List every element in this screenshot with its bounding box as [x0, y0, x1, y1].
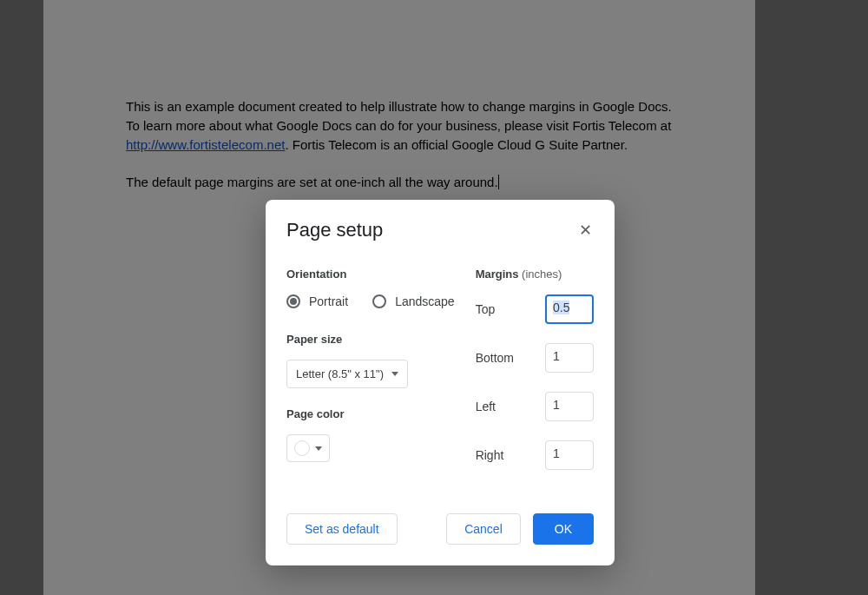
paper-size-select[interactable]: Letter (8.5" x 11") — [286, 360, 408, 388]
orientation-portrait-radio[interactable]: Portrait — [286, 294, 348, 308]
radio-label: Portrait — [309, 294, 348, 308]
input-value: 1 — [553, 446, 560, 460]
page-color-select[interactable] — [286, 434, 330, 462]
margin-bottom-row: Bottom 1 — [476, 343, 594, 373]
page-color-label: Page color — [286, 407, 455, 420]
margin-top-input[interactable]: 0.5 — [545, 294, 594, 324]
set-default-button[interactable]: Set as default — [286, 513, 398, 545]
dialog-right-column: Margins (inches) Top 0.5 Bottom 1 Left 1… — [476, 268, 594, 470]
margin-left-row: Left 1 — [476, 392, 594, 421]
orientation-options: Portrait Landscape — [286, 294, 455, 308]
margin-left-input[interactable]: 1 — [545, 392, 594, 421]
cancel-button[interactable]: Cancel — [446, 513, 521, 545]
orientation-landscape-radio[interactable]: Landscape — [372, 294, 455, 308]
paper-size-label: Paper size — [286, 333, 455, 346]
margin-right-input[interactable]: 1 — [545, 440, 594, 470]
margin-top-row: Top 0.5 — [476, 294, 594, 324]
radio-label: Landscape — [395, 294, 455, 308]
dialog-left-column: Orientation Portrait Landscape Paper siz… — [286, 268, 455, 470]
color-swatch — [294, 440, 310, 456]
input-value: 1 — [553, 349, 560, 363]
dialog-body: Orientation Portrait Landscape Paper siz… — [286, 268, 594, 470]
dialog-footer: Set as default Cancel OK — [286, 513, 594, 545]
margins-label-text: Margins — [476, 268, 519, 281]
margin-label: Top — [476, 302, 496, 316]
dialog-title: Page setup — [286, 219, 383, 241]
margins-unit: (inches) — [522, 268, 562, 281]
spacer — [410, 513, 435, 545]
radio-icon — [286, 294, 300, 308]
margin-label: Bottom — [476, 351, 514, 365]
margin-label: Left — [476, 400, 496, 413]
margins-label: Margins (inches) — [476, 268, 594, 281]
margin-right-row: Right 1 — [476, 440, 594, 470]
margin-label: Right — [476, 448, 504, 462]
input-value: 0.5 — [553, 301, 569, 314]
dialog-header: Page setup ✕ — [286, 219, 594, 241]
paper-size-value: Letter (8.5" x 11") — [296, 367, 384, 380]
ok-button[interactable]: OK — [533, 513, 594, 545]
radio-icon — [372, 294, 386, 308]
page-setup-dialog: Page setup ✕ Orientation Portrait Landsc… — [266, 200, 615, 565]
margin-bottom-input[interactable]: 1 — [545, 343, 594, 373]
close-icon[interactable]: ✕ — [576, 222, 594, 238]
chevron-down-icon — [315, 446, 322, 451]
chevron-down-icon — [391, 372, 398, 376]
input-value: 1 — [553, 398, 560, 412]
orientation-label: Orientation — [286, 268, 455, 281]
